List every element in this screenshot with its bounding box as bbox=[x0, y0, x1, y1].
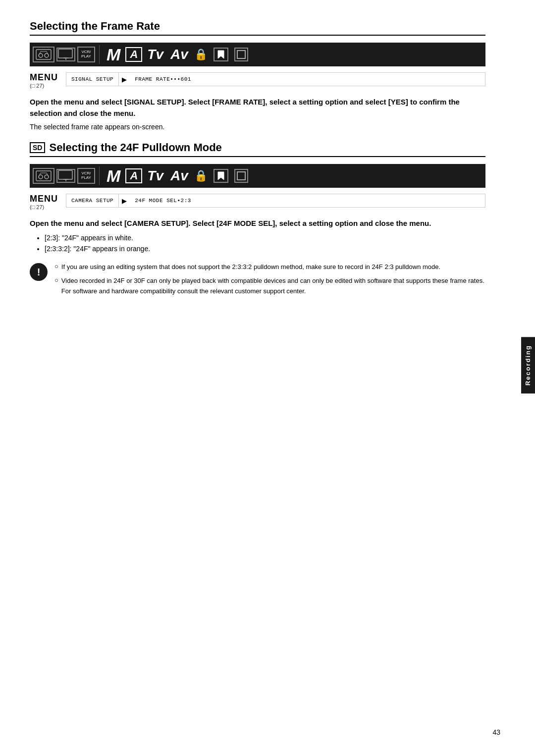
note-block: ! ○ If you are using an editing system t… bbox=[30, 262, 485, 296]
instruction-bold-2: Open the menu and select [CAMERA SETUP].… bbox=[30, 218, 485, 229]
menu-row-1: MENU (□ 27) SIGNAL SETUP ▶ FRAME RATE•••… bbox=[30, 72, 485, 89]
note-dot-0: ○ bbox=[54, 263, 58, 270]
note-text-1: Video recorded in 24F or 30F can only be… bbox=[61, 276, 485, 296]
svg-rect-10 bbox=[36, 171, 51, 181]
tape-icon-2 bbox=[33, 168, 54, 184]
menu-row-2: MENU (□ 27) CAMERA SETUP ▶ 24F MODE SEL•… bbox=[30, 194, 485, 210]
section2-title-block: SD Selecting the 24F Pulldown Mode bbox=[30, 141, 485, 157]
bullet-list: [2:3]: "24F" appears in white. [2:3:3:2]… bbox=[40, 232, 485, 255]
section2-title: Selecting the 24F Pulldown Mode bbox=[49, 141, 221, 154]
tape-icon bbox=[33, 47, 54, 62]
note-text-0: If you are using an editing system that … bbox=[61, 262, 440, 272]
section1-title: Selecting the Frame Rate bbox=[30, 20, 485, 36]
page-number: 43 bbox=[492, 728, 500, 736]
note-text-block: ○ If you are using an editing system tha… bbox=[54, 262, 485, 296]
note-bullet-1: ○ Video recorded in 24F or 30F can only … bbox=[54, 276, 485, 296]
sd-badge: SD bbox=[30, 142, 45, 153]
warning-icon: ! bbox=[30, 263, 48, 281]
bullet-item-0: [2:3]: "24F" appears in white. bbox=[45, 232, 485, 243]
mode-M-label: M bbox=[107, 45, 120, 64]
side-tab: Recording bbox=[521, 337, 535, 393]
menu-path-2: CAMERA SETUP ▶ 24F MODE SEL•2:3 bbox=[66, 194, 485, 208]
mode-A-box: A bbox=[125, 47, 142, 62]
bookmark-icon bbox=[214, 48, 228, 61]
mode-A-box-2: A bbox=[125, 168, 142, 183]
menu-ref-2: (□ 27) bbox=[30, 204, 58, 210]
separator-2 bbox=[99, 166, 100, 185]
note-dot-1: ○ bbox=[54, 276, 58, 284]
section1: Selecting the Frame Rate bbox=[30, 20, 485, 132]
menu-label-text-2: MENU bbox=[30, 194, 58, 204]
bullet-item-1: [2:3:3:2]: "24F" appears in orange. bbox=[45, 243, 485, 254]
mode-Av-label: Av bbox=[170, 47, 188, 62]
instruction-bold-1: Open the menu and select [SIGNAL SETUP].… bbox=[30, 97, 485, 119]
menu-path-1: SIGNAL SETUP ▶ FRAME RATE•••601 bbox=[66, 72, 485, 86]
menu-path-value-1: FRAME RATE•••601 bbox=[130, 73, 196, 86]
mode-Av-label-2: Av bbox=[170, 168, 188, 184]
screen-icon bbox=[56, 48, 75, 61]
separator bbox=[99, 45, 100, 64]
bookmark-icon-2 bbox=[214, 169, 228, 183]
svg-rect-0 bbox=[36, 50, 51, 59]
svg-rect-6 bbox=[58, 49, 72, 58]
section2: SD Selecting the 24F Pulldown Mode bbox=[30, 141, 485, 296]
menu-label-block-1: MENU (□ 27) bbox=[30, 72, 58, 89]
svg-rect-9 bbox=[237, 51, 245, 58]
warning-icon-inner: ! bbox=[37, 267, 41, 278]
menu-path-arrow-2: ▶ bbox=[119, 197, 130, 205]
svg-rect-16 bbox=[58, 170, 72, 179]
mode-Tv-label-2: Tv bbox=[147, 168, 163, 184]
square-icon bbox=[234, 48, 248, 61]
menu-path-arrow-1: ▶ bbox=[119, 76, 130, 83]
menu-label-text-1: MENU bbox=[30, 72, 58, 83]
lock-icon: 🔒 bbox=[194, 48, 208, 61]
mode-Tv-label: Tv bbox=[147, 47, 163, 62]
note-bullet-0: ○ If you are using an editing system tha… bbox=[54, 262, 485, 272]
screen-icon-2 bbox=[56, 169, 75, 183]
mode-M-label-2: M bbox=[107, 166, 120, 186]
lock-icon-2: 🔒 bbox=[194, 169, 208, 182]
vcr-play-icon: VCR/ PLAY bbox=[77, 47, 95, 62]
menu-path-item-1: SIGNAL SETUP bbox=[66, 73, 119, 86]
mode-bar-2: VCR/ PLAY M A Tv Av 🔒 bbox=[30, 164, 485, 188]
menu-path-item-2: CAMERA SETUP bbox=[66, 194, 119, 207]
menu-label-block-2: MENU (□ 27) bbox=[30, 194, 58, 210]
menu-ref-1: (□ 27) bbox=[30, 83, 58, 89]
menu-path-value-2: 24F MODE SEL•2:3 bbox=[130, 194, 196, 207]
square-icon-2 bbox=[234, 169, 248, 183]
svg-rect-19 bbox=[237, 172, 245, 180]
instruction-normal-1: The selected frame rate appears on-scree… bbox=[30, 122, 485, 132]
vcr-play-icon-2: VCR/ PLAY bbox=[77, 168, 95, 184]
mode-bar-1: VCR/ PLAY M A Tv Av 🔒 bbox=[30, 43, 485, 66]
